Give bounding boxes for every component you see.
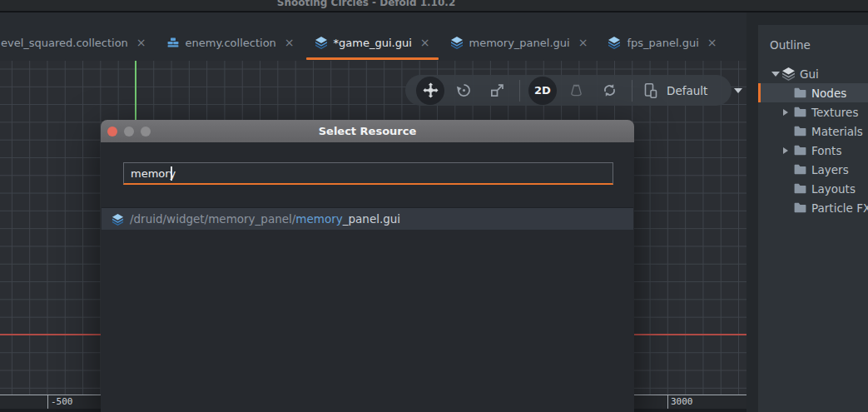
gui-icon <box>781 67 796 81</box>
perspective-toggle-button[interactable] <box>562 77 590 105</box>
layout-dropdown[interactable]: Default <box>642 82 742 99</box>
minimize-window-button[interactable] <box>124 127 134 137</box>
tab-label: memory_panel.gui <box>469 37 570 49</box>
folder-icon <box>793 201 807 215</box>
gui-icon <box>112 213 124 226</box>
perspective-frustum-icon <box>568 82 584 98</box>
outline-item-label: Layouts <box>811 182 856 196</box>
folder-icon <box>793 162 807 176</box>
resource-path: /druid/widget/memory_panel/memory_panel.… <box>130 212 400 226</box>
chevron-right-icon[interactable] <box>783 147 788 154</box>
resource-result-item[interactable]: /druid/widget/memory_panel/memory_panel.… <box>102 207 633 230</box>
refresh-icon <box>602 82 618 98</box>
gui-icon <box>608 36 621 49</box>
rotate-tool-button[interactable] <box>449 77 478 105</box>
scale-tool-button[interactable] <box>483 77 511 105</box>
collection-icon <box>166 36 180 49</box>
zoom-window-button[interactable] <box>141 127 151 137</box>
outline-panel: Outline Gui Nodes Textures Materials Fon… <box>758 25 868 412</box>
close-window-button[interactable] <box>107 127 117 137</box>
tab-label: *game_gui.gui <box>334 37 412 49</box>
outline-item-label: Textures <box>811 106 858 119</box>
tab-fps-panel-gui[interactable]: fps_panel.gui × <box>598 24 727 61</box>
2d-mode-label: 2D <box>534 84 551 97</box>
gui-icon <box>315 36 328 49</box>
folder-icon <box>793 181 807 196</box>
scale-icon <box>489 82 505 98</box>
window-title: Shooting Circles - Defold 1.10.2 <box>0 0 732 8</box>
dialog-title: Select Resource <box>319 125 417 137</box>
tab-label: fps_panel.gui <box>627 37 698 49</box>
toolbar-separator <box>519 80 520 102</box>
editor-tabbar: evel_squared.collection × enemy.collecti… <box>0 12 746 61</box>
defold-editor-window: Shooting Circles - Defold 1.10.2 evel_sq… <box>0 0 868 412</box>
chevron-down-icon <box>734 88 742 93</box>
folder-icon <box>793 143 807 157</box>
folder-icon <box>793 124 807 138</box>
ruler-tick <box>47 395 48 409</box>
tab-label: evel_squared.collection <box>1 37 128 49</box>
folder-icon <box>793 105 807 119</box>
close-icon[interactable]: × <box>136 37 146 48</box>
folder-icon <box>793 86 807 100</box>
text-cursor <box>171 166 172 181</box>
outline-item-label: Nodes <box>811 87 846 100</box>
toolbar-separator <box>632 80 632 102</box>
outline-item-gui[interactable]: Gui <box>758 64 868 83</box>
tab-level-squared-collection[interactable]: evel_squared.collection × <box>0 24 156 61</box>
outline-item-nodes[interactable]: Nodes <box>758 83 868 102</box>
select-resource-dialog: Select Resource /druid/widget/memory_pan… <box>101 120 634 412</box>
outline-panel-title: Outline <box>770 38 868 52</box>
resource-search-input[interactable] <box>123 162 613 185</box>
tab-memory-panel-gui[interactable]: memory_panel.gui × <box>440 24 598 61</box>
rotate-icon <box>456 82 472 98</box>
outline-item-textures[interactable]: Textures <box>758 102 868 122</box>
outline-item-layers[interactable]: Layers <box>758 160 868 179</box>
outline-item-label: Gui <box>800 67 819 81</box>
2d-mode-toggle[interactable]: 2D <box>528 77 557 105</box>
ruler-tick <box>667 395 668 409</box>
outline-item-materials[interactable]: Materials <box>758 122 868 141</box>
tab-label: enemy.collection <box>186 37 276 49</box>
outline-item-particle-fx[interactable]: Particle FX <box>758 198 868 217</box>
outline-item-fonts[interactable]: Fonts <box>758 141 868 160</box>
ruler-label-left: -500 <box>51 396 73 407</box>
outline-item-layouts[interactable]: Layouts <box>758 179 868 198</box>
layout-selected-value: Default <box>667 84 707 97</box>
device-layout-icon <box>642 82 658 99</box>
chevron-down-icon[interactable] <box>771 72 780 77</box>
chevron-right-icon[interactable] <box>783 109 788 116</box>
outline-item-label: Layers <box>811 163 849 176</box>
tab-enemy-collection[interactable]: enemy.collection × <box>156 24 305 61</box>
outline-item-label: Fonts <box>811 144 841 157</box>
close-icon[interactable]: × <box>420 37 430 48</box>
close-icon[interactable]: × <box>578 37 588 48</box>
close-icon[interactable]: × <box>707 37 717 48</box>
outline-item-label: Particle FX <box>811 201 868 215</box>
viewport-toolbar: 2D Default <box>405 75 732 106</box>
gui-icon <box>450 36 464 49</box>
reset-camera-button[interactable] <box>595 77 623 105</box>
tab-game-gui[interactable]: *game_gui.gui × <box>305 24 440 61</box>
window-titlebar: Shooting Circles - Defold 1.10.2 <box>0 0 868 11</box>
move-icon <box>423 82 439 98</box>
move-tool-button[interactable] <box>416 77 444 105</box>
close-icon[interactable]: × <box>285 37 295 48</box>
dialog-titlebar[interactable]: Select Resource <box>101 120 634 142</box>
outline-item-label: Materials <box>811 125 863 138</box>
window-controls <box>107 127 151 137</box>
titlebar-divider <box>0 11 868 12</box>
ruler-label-right: 3000 <box>671 396 693 407</box>
